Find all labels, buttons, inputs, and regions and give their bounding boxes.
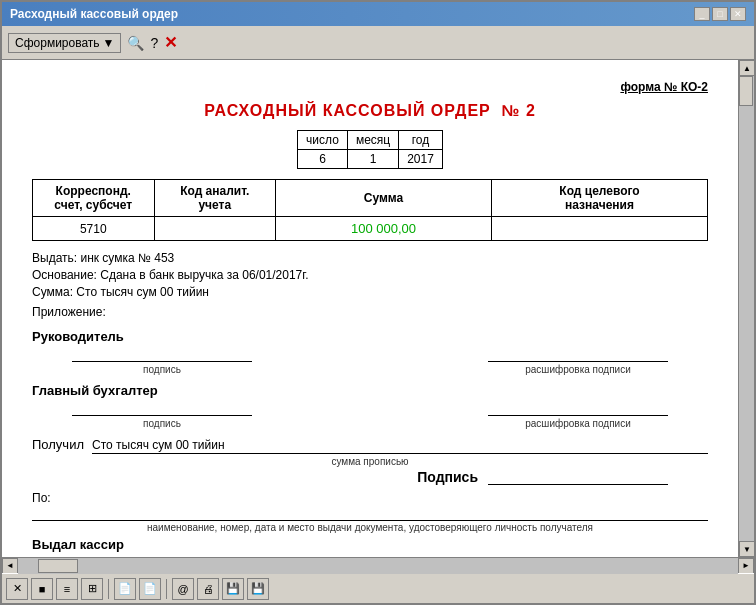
scroll-h-track[interactable] bbox=[18, 558, 738, 574]
document-area: форма № КО-2 РАСХОДНЫЙ КАССОВЫЙ ОРДЕР № … bbox=[2, 60, 738, 557]
task-icon-doc2[interactable]: 📄 bbox=[139, 578, 161, 600]
date-god: 2017 bbox=[399, 150, 443, 169]
close-icon[interactable]: ✕ bbox=[164, 33, 177, 52]
main-window: Расходный кассовый ордер _ □ ✕ Сформиров… bbox=[0, 0, 756, 605]
task-icon-grid[interactable]: ⊞ bbox=[81, 578, 103, 600]
po-label: По: bbox=[32, 491, 708, 505]
poluchil-label: Получил bbox=[32, 437, 84, 452]
val-summa: 100 000,00 bbox=[276, 217, 492, 241]
summa-propis-row: сумма прописью bbox=[32, 456, 708, 467]
podpis-label: Подпись bbox=[417, 469, 478, 485]
val-tsel bbox=[492, 217, 708, 241]
glavbuh-label: Главный бухгалтер bbox=[32, 383, 708, 398]
rukovoditel-podpis-line bbox=[72, 346, 252, 362]
rukovoditel-rasshifrovka: расшифровка подписи bbox=[488, 346, 668, 375]
podpis-row: Подпись bbox=[32, 469, 708, 485]
date-table: число месяц год 6 1 2017 bbox=[297, 130, 443, 169]
help-icon[interactable]: ? bbox=[150, 35, 158, 51]
taskbar-divider-1 bbox=[108, 579, 109, 599]
taskbar: ✕ ■ ≡ ⊞ 📄 📄 @ 🖨 💾 💾 bbox=[2, 573, 754, 603]
task-icon-email[interactable]: @ bbox=[172, 578, 194, 600]
col-kod: Код аналит.учета bbox=[154, 180, 276, 217]
form-label: форма № КО-2 bbox=[32, 80, 708, 94]
rasshifrovka-caption: расшифровка подписи bbox=[525, 364, 631, 375]
col-korr: Корреспонд.счет, субсчет bbox=[33, 180, 155, 217]
rukovoditel-podpis: подпись bbox=[72, 346, 252, 375]
title-bar: Расходный кассовый ордер _ □ ✕ bbox=[2, 2, 754, 26]
toolbar: Сформировать ▼ 🔍 ? ✕ bbox=[2, 26, 754, 60]
poluchil-row: Получил Сто тысяч сум 00 тийин bbox=[32, 437, 708, 454]
glavbuh-sig-row: подпись расшифровка подписи bbox=[32, 400, 708, 429]
po-caption: наименование, номер, дата и место выдачи… bbox=[32, 522, 708, 533]
po-section: По: наименование, номер, дата и место вы… bbox=[32, 491, 708, 533]
scroll-h-thumb[interactable] bbox=[38, 559, 78, 573]
task-icon-print[interactable]: 🖨 bbox=[197, 578, 219, 600]
rukovoditel-section: Руководитель подпись расшифровка подписи bbox=[32, 329, 708, 375]
osnovanie-text: Основание: Сдана в банк выручка за 06/01… bbox=[32, 268, 309, 282]
content-area: форма № КО-2 РАСХОДНЫЙ КАССОВЫЙ ОРДЕР № … bbox=[2, 60, 754, 557]
glavbuh-podpis: подпись bbox=[72, 400, 252, 429]
form-button-label: Сформировать bbox=[15, 36, 100, 50]
task-icon-save1[interactable]: 💾 bbox=[222, 578, 244, 600]
summa-line: Сумма: Сто тысяч сум 00 тийин bbox=[32, 285, 708, 299]
dropdown-arrow: ▼ bbox=[103, 36, 115, 50]
date-header-mes: месяц bbox=[347, 131, 398, 150]
task-icon-save2[interactable]: 💾 bbox=[247, 578, 269, 600]
window-controls: _ □ ✕ bbox=[694, 7, 746, 21]
poluchil-value: Сто тысяч сум 00 тийин bbox=[92, 438, 708, 454]
kassir-section: Выдал кассир подпись расшифровка подписи bbox=[32, 537, 708, 557]
task-icon-doc1[interactable]: 📄 bbox=[114, 578, 136, 600]
taskbar-divider-2 bbox=[166, 579, 167, 599]
scroll-track[interactable] bbox=[739, 76, 754, 541]
scroll-down-button[interactable]: ▼ bbox=[739, 541, 754, 557]
vertical-scrollbar[interactable]: ▲ ▼ bbox=[738, 60, 754, 557]
date-header-den: число bbox=[298, 131, 348, 150]
col-tsel: Код целевогоназначения bbox=[492, 180, 708, 217]
scroll-left-button[interactable]: ◄ bbox=[2, 558, 18, 574]
summa-text: Сумма: Сто тысяч сум 00 тийин bbox=[32, 285, 209, 299]
vydat-line: Выдать: инк сумка № 453 bbox=[32, 251, 708, 265]
rukovoditel-rash-line bbox=[488, 346, 668, 362]
date-den: 6 bbox=[298, 150, 348, 169]
window-title: Расходный кассовый ордер bbox=[10, 7, 178, 21]
horizontal-scrollbar[interactable]: ◄ ► bbox=[2, 557, 754, 573]
main-table: Корреспонд.счет, субсчет Код аналит.учет… bbox=[32, 179, 708, 241]
minimize-button[interactable]: _ bbox=[694, 7, 710, 21]
scroll-right-button[interactable]: ► bbox=[738, 558, 754, 574]
date-mes: 1 bbox=[347, 150, 398, 169]
document-title: РАСХОДНЫЙ КАССОВЫЙ ОРДЕР № 2 bbox=[32, 102, 708, 120]
glavbuh-rasshifrovka: расшифровка подписи bbox=[488, 400, 668, 429]
glavbuh-rash-line bbox=[488, 400, 668, 416]
form-button[interactable]: Сформировать ▼ bbox=[8, 33, 121, 53]
maximize-button[interactable]: □ bbox=[712, 7, 728, 21]
scroll-up-button[interactable]: ▲ bbox=[739, 60, 754, 76]
poluchil-section: Получил Сто тысяч сум 00 тийин сумма про… bbox=[32, 437, 708, 467]
task-icon-paste[interactable]: ≡ bbox=[56, 578, 78, 600]
po-line bbox=[32, 507, 708, 521]
close-button[interactable]: ✕ bbox=[730, 7, 746, 21]
vydat-label: Выдать: инк сумка № 453 bbox=[32, 251, 174, 265]
rukovoditel-sig-row: подпись расшифровка подписи bbox=[32, 346, 708, 375]
search-icon[interactable]: 🔍 bbox=[127, 35, 144, 51]
date-header-god: год bbox=[399, 131, 443, 150]
prilozhenie-line: Приложение: bbox=[32, 305, 708, 319]
task-icon-cut[interactable]: ✕ bbox=[6, 578, 28, 600]
task-icon-copy[interactable]: ■ bbox=[31, 578, 53, 600]
podpis-caption: подпись bbox=[143, 364, 181, 375]
scroll-thumb[interactable] bbox=[739, 76, 753, 106]
val-kod bbox=[154, 217, 276, 241]
glavbuh-podpis-line bbox=[72, 400, 252, 416]
glavbuh-section: Главный бухгалтер подпись расшифровка по… bbox=[32, 383, 708, 429]
podpis-line bbox=[488, 469, 668, 485]
osnovanie-line: Основание: Сдана в банк выручка за 06/01… bbox=[32, 268, 708, 282]
col-summa: Сумма bbox=[276, 180, 492, 217]
prilozhenie-text: Приложение: bbox=[32, 305, 106, 319]
rukovoditel-label: Руководитель bbox=[32, 329, 708, 344]
kassir-label: Выдал кассир bbox=[32, 537, 708, 552]
glavbuh-podpis-caption: подпись bbox=[143, 418, 181, 429]
form-label-text: форма № КО-2 bbox=[620, 80, 708, 94]
val-korr: 5710 bbox=[33, 217, 155, 241]
summa-propisyu-caption: сумма прописью bbox=[331, 456, 408, 467]
glavbuh-rash-caption: расшифровка подписи bbox=[525, 418, 631, 429]
